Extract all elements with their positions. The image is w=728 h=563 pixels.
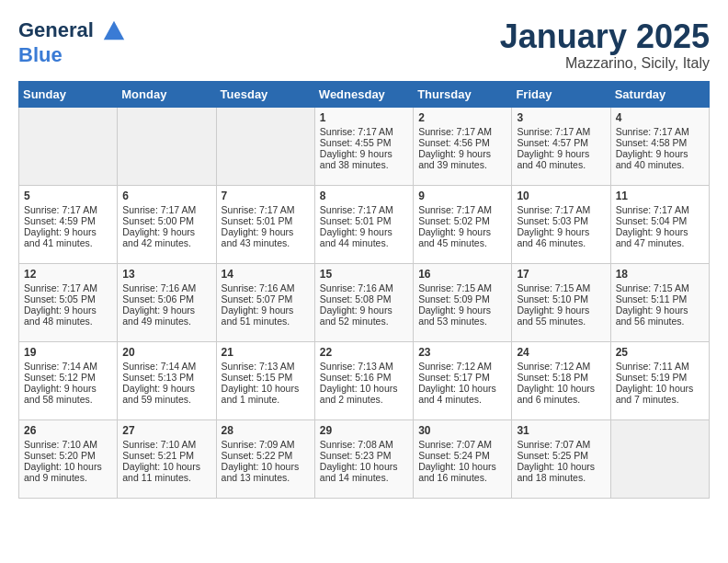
- cell-text: Sunrise: 7:16 AM: [222, 282, 310, 293]
- cell-text: Sunset: 4:55 PM: [320, 137, 408, 148]
- cell-text: Sunrise: 7:17 AM: [517, 204, 605, 215]
- day-number: 19: [24, 346, 112, 359]
- cell-text: Daylight: 9 hours and 45 minutes.: [418, 226, 506, 248]
- cell-text: Daylight: 9 hours and 43 minutes.: [222, 226, 310, 248]
- cell-text: Sunrise: 7:17 AM: [24, 282, 112, 293]
- day-number: 4: [616, 111, 704, 124]
- day-number: 25: [616, 346, 704, 359]
- day-number: 12: [24, 268, 112, 281]
- day-number: 15: [320, 268, 408, 281]
- calendar-cell: 16Sunrise: 7:15 AMSunset: 5:09 PMDayligh…: [414, 263, 512, 341]
- cell-text: Sunset: 5:17 PM: [418, 372, 506, 383]
- cell-text: Sunset: 5:15 PM: [222, 372, 310, 383]
- cell-text: Sunset: 5:10 PM: [517, 293, 605, 304]
- page-header: General Blue January 2025 Mazzarino, Sic…: [18, 18, 710, 72]
- cell-text: Daylight: 9 hours and 41 minutes.: [24, 226, 112, 248]
- calendar-cell: [19, 107, 118, 185]
- day-number: 2: [418, 111, 506, 124]
- calendar-cell: 19Sunrise: 7:14 AMSunset: 5:12 PMDayligh…: [19, 341, 118, 419]
- day-number: 18: [616, 268, 704, 281]
- cell-text: Daylight: 9 hours and 39 minutes.: [418, 148, 506, 170]
- calendar-cell: 23Sunrise: 7:12 AMSunset: 5:17 PMDayligh…: [414, 341, 512, 419]
- cell-text: Daylight: 9 hours and 44 minutes.: [320, 226, 408, 248]
- calendar-cell: 2Sunrise: 7:17 AMSunset: 4:56 PMDaylight…: [414, 107, 512, 185]
- cell-text: Sunrise: 7:16 AM: [320, 282, 408, 293]
- calendar-cell: 9Sunrise: 7:17 AMSunset: 5:02 PMDaylight…: [414, 185, 512, 263]
- calendar-week-5: 26Sunrise: 7:10 AMSunset: 5:20 PMDayligh…: [19, 419, 710, 498]
- calendar-cell: 7Sunrise: 7:17 AMSunset: 5:01 PMDaylight…: [216, 185, 314, 263]
- day-header-tuesday: Tuesday: [216, 81, 314, 107]
- title-block: January 2025 Mazzarino, Sicily, Italy: [500, 18, 710, 72]
- cell-text: Sunrise: 7:17 AM: [122, 204, 210, 215]
- calendar-cell: 1Sunrise: 7:17 AMSunset: 4:55 PMDaylight…: [314, 107, 413, 185]
- day-header-saturday: Saturday: [610, 81, 709, 107]
- cell-text: Sunrise: 7:17 AM: [418, 204, 506, 215]
- calendar-cell: 26Sunrise: 7:10 AMSunset: 5:20 PMDayligh…: [19, 419, 118, 498]
- logo-general: General: [18, 18, 94, 41]
- day-number: 28: [222, 424, 310, 437]
- day-number: 21: [222, 346, 310, 359]
- cell-text: Sunset: 5:02 PM: [418, 215, 506, 226]
- cell-text: Daylight: 10 hours and 13 minutes.: [222, 461, 310, 483]
- cell-text: Daylight: 10 hours and 9 minutes.: [24, 461, 112, 483]
- calendar-cell: 20Sunrise: 7:14 AMSunset: 5:13 PMDayligh…: [118, 341, 216, 419]
- calendar-cell: 8Sunrise: 7:17 AMSunset: 5:01 PMDaylight…: [314, 185, 413, 263]
- cell-text: Sunrise: 7:15 AM: [418, 282, 506, 293]
- calendar-cell: 12Sunrise: 7:17 AMSunset: 5:05 PMDayligh…: [19, 263, 118, 341]
- calendar-cell: 29Sunrise: 7:08 AMSunset: 5:23 PMDayligh…: [314, 419, 413, 498]
- logo-blue: Blue: [18, 44, 127, 66]
- day-number: 16: [418, 268, 506, 281]
- cell-text: Daylight: 10 hours and 1 minute.: [222, 383, 310, 405]
- calendar-week-1: 1Sunrise: 7:17 AMSunset: 4:55 PMDaylight…: [19, 107, 710, 185]
- calendar-cell: 5Sunrise: 7:17 AMSunset: 4:59 PMDaylight…: [19, 185, 118, 263]
- cell-text: Sunrise: 7:16 AM: [122, 282, 210, 293]
- day-header-wednesday: Wednesday: [314, 81, 413, 107]
- cell-text: Daylight: 9 hours and 38 minutes.: [320, 148, 408, 170]
- cell-text: Sunrise: 7:10 AM: [24, 439, 112, 450]
- cell-text: Sunset: 5:20 PM: [24, 450, 112, 461]
- cell-text: Sunset: 5:09 PM: [418, 293, 506, 304]
- cell-text: Sunrise: 7:14 AM: [122, 361, 210, 372]
- calendar-cell: [610, 419, 709, 498]
- cell-text: Daylight: 9 hours and 46 minutes.: [517, 226, 605, 248]
- day-header-monday: Monday: [118, 81, 216, 107]
- cell-text: Sunset: 4:59 PM: [24, 215, 112, 226]
- cell-text: Sunrise: 7:17 AM: [418, 126, 506, 137]
- cell-text: Sunset: 5:07 PM: [222, 293, 310, 304]
- cell-text: Sunset: 5:23 PM: [320, 450, 408, 461]
- cell-text: Sunset: 5:22 PM: [222, 450, 310, 461]
- logo: General Blue: [18, 18, 127, 66]
- day-number: 29: [320, 424, 408, 437]
- cell-text: Sunset: 5:19 PM: [616, 372, 704, 383]
- day-number: 5: [24, 190, 112, 202]
- cell-text: Sunset: 5:04 PM: [616, 215, 704, 226]
- calendar-cell: 27Sunrise: 7:10 AMSunset: 5:21 PMDayligh…: [118, 419, 216, 498]
- calendar-cell: 15Sunrise: 7:16 AMSunset: 5:08 PMDayligh…: [314, 263, 413, 341]
- cell-text: Daylight: 10 hours and 6 minutes.: [517, 383, 605, 405]
- cell-text: Sunset: 5:21 PM: [122, 450, 210, 461]
- cell-text: Sunrise: 7:15 AM: [517, 282, 605, 293]
- cell-text: Sunrise: 7:17 AM: [517, 126, 605, 137]
- cell-text: Daylight: 9 hours and 52 minutes.: [320, 304, 408, 327]
- calendar-cell: 13Sunrise: 7:16 AMSunset: 5:06 PMDayligh…: [118, 263, 216, 341]
- cell-text: Sunset: 5:08 PM: [320, 293, 408, 304]
- calendar-cell: 22Sunrise: 7:13 AMSunset: 5:16 PMDayligh…: [314, 341, 413, 419]
- calendar-cell: 24Sunrise: 7:12 AMSunset: 5:18 PMDayligh…: [512, 341, 610, 419]
- day-header-sunday: Sunday: [19, 81, 118, 107]
- cell-text: Sunset: 5:01 PM: [320, 215, 408, 226]
- cell-text: Daylight: 9 hours and 42 minutes.: [122, 226, 210, 248]
- cell-text: Daylight: 10 hours and 7 minutes.: [616, 383, 704, 405]
- svg-marker-0: [104, 21, 124, 40]
- day-number: 3: [517, 111, 605, 124]
- cell-text: Sunset: 5:13 PM: [122, 372, 210, 383]
- day-header-thursday: Thursday: [414, 81, 512, 107]
- cell-text: Daylight: 10 hours and 4 minutes.: [418, 383, 506, 405]
- cell-text: Daylight: 9 hours and 55 minutes.: [517, 304, 605, 327]
- cell-text: Daylight: 9 hours and 49 minutes.: [122, 304, 210, 327]
- day-number: 20: [122, 346, 210, 359]
- calendar-cell: 30Sunrise: 7:07 AMSunset: 5:24 PMDayligh…: [414, 419, 512, 498]
- cell-text: Sunset: 5:16 PM: [320, 372, 408, 383]
- calendar-cell: 4Sunrise: 7:17 AMSunset: 4:58 PMDaylight…: [610, 107, 709, 185]
- day-header-friday: Friday: [512, 81, 610, 107]
- cell-text: Sunset: 5:00 PM: [122, 215, 210, 226]
